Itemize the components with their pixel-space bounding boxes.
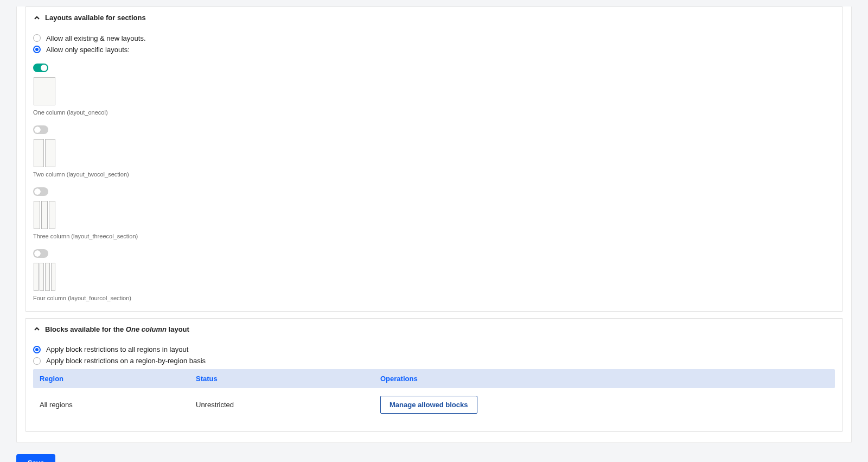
layout-caption: One column (layout_onecol): [33, 109, 835, 116]
layout-caption: Three column (layout_threecol_section): [33, 233, 835, 239]
layout-preview-icon: [33, 77, 56, 106]
layout-toggle[interactable]: [33, 249, 48, 258]
header-region: Region: [33, 375, 196, 383]
cell-region: All regions: [33, 401, 196, 409]
layout-option: One column (layout_onecol): [33, 64, 835, 116]
settings-form: Layouts available for sections Allow all…: [16, 7, 852, 443]
header-operations: Operations: [380, 375, 835, 383]
table-row: All regionsUnrestrictedManage allowed bl…: [33, 388, 835, 421]
cell-status: Unrestricted: [196, 401, 380, 409]
header-status: Status: [196, 375, 380, 383]
layouts-panel: Layouts available for sections Allow all…: [25, 7, 843, 312]
cell-operations: Manage allowed blocks: [380, 396, 835, 414]
layouts-panel-summary[interactable]: Layouts available for sections: [33, 14, 835, 22]
radio-icon: [33, 357, 41, 365]
layout-preview-icon: [33, 262, 56, 292]
layout-toggle[interactable]: [33, 187, 48, 196]
chevron-up-icon: [33, 325, 41, 333]
chevron-up-icon: [33, 14, 41, 22]
radio-label: Apply block restrictions to all regions …: [46, 345, 188, 353]
radio-restrict-per-region[interactable]: Apply block restrictions on a region-by-…: [33, 357, 835, 365]
manage-allowed-blocks-button[interactable]: Manage allowed blocks: [380, 396, 477, 414]
layout-caption: Two column (layout_twocol_section): [33, 171, 835, 178]
radio-label: Apply block restrictions on a region-by-…: [46, 357, 206, 365]
layout-caption: Four column (layout_fourcol_section): [33, 295, 835, 301]
radio-label: Allow all existing & new layouts.: [46, 34, 146, 42]
blocks-panel-summary[interactable]: Blocks available for the One column layo…: [33, 325, 835, 334]
layout-option: Four column (layout_fourcol_section): [33, 249, 835, 301]
radio-allow-specific-layouts[interactable]: Allow only specific layouts:: [33, 46, 835, 54]
layout-toggle[interactable]: [33, 125, 48, 134]
radio-icon: [33, 46, 41, 53]
layout-preview-icon: [33, 138, 56, 168]
layout-toggle[interactable]: [33, 64, 48, 72]
layout-preview-icon: [33, 200, 56, 230]
radio-label: Allow only specific layouts:: [46, 46, 130, 54]
radio-restrict-all-regions[interactable]: Apply block restrictions to all regions …: [33, 345, 835, 353]
regions-table: Region Status Operations All regionsUnre…: [33, 369, 835, 421]
radio-allow-all-layouts[interactable]: Allow all existing & new layouts.: [33, 34, 835, 42]
layout-option: Three column (layout_threecol_section): [33, 187, 835, 239]
layouts-panel-title: Layouts available for sections: [45, 14, 146, 22]
blocks-panel: Blocks available for the One column layo…: [25, 318, 843, 432]
blocks-panel-title: Blocks available for the One column layo…: [45, 325, 189, 334]
radio-icon: [33, 346, 41, 353]
layout-option: Two column (layout_twocol_section): [33, 125, 835, 178]
regions-table-header: Region Status Operations: [33, 369, 835, 388]
radio-icon: [33, 34, 41, 42]
save-button[interactable]: Save: [16, 454, 55, 462]
